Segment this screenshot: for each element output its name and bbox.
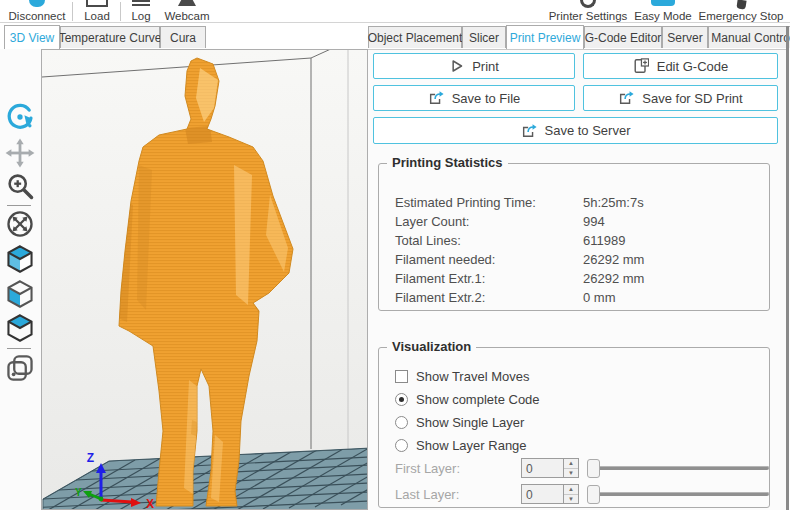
first-layer-label: First Layer:	[395, 461, 460, 476]
front-view-icon	[5, 279, 35, 309]
first-layer-slider[interactable]	[587, 458, 769, 478]
show-layer-range-option[interactable]: Show Layer Range	[395, 436, 527, 454]
show-layer-range-radio[interactable]	[395, 439, 408, 452]
zoom-view-button[interactable]	[5, 171, 35, 201]
emergency-stop-button[interactable]: Emergency Stop	[695, 0, 787, 23]
easy-mode-label: Easy Mode	[634, 10, 692, 23]
disconnect-icon	[29, 0, 45, 7]
show-single-layer-option[interactable]: Show Single Layer	[395, 413, 524, 431]
stat-label: Filament Extr.2:	[395, 290, 485, 305]
axis-label-x: X	[146, 497, 154, 510]
printer-settings-label: Printer Settings	[549, 10, 628, 23]
stat-label: Filament needed:	[395, 252, 495, 267]
stat-label: Estimated Printing Time:	[395, 195, 536, 210]
webcam-icon	[178, 0, 196, 6]
print-button[interactable]: Print	[373, 53, 575, 79]
slider-track[interactable]	[587, 466, 769, 470]
rotate-icon	[5, 102, 35, 132]
view-tool-strip	[0, 49, 41, 510]
show-single-layer-radio[interactable]	[395, 416, 408, 429]
tab-3d-view[interactable]: 3D View	[4, 25, 60, 49]
panel-scrollbar[interactable]	[786, 26, 789, 510]
toggle-objects-button[interactable]	[5, 353, 35, 383]
export-icon	[521, 123, 537, 139]
tab-slicer[interactable]: Slicer	[462, 26, 506, 48]
tab-server[interactable]: Server	[662, 26, 708, 48]
show-travel-moves-option[interactable]: Show Travel Moves	[395, 367, 529, 385]
visualization-title: Visualization	[387, 339, 476, 354]
show-single-layer-label: Show Single Layer	[416, 415, 524, 430]
edit-gcode-button[interactable]: Edit G-Code	[583, 53, 778, 79]
toolbar-separator	[120, 2, 121, 21]
stat-row-total-lines: Total Lines: 611989	[395, 233, 759, 252]
tab-object-placement[interactable]: Object Placement	[368, 26, 462, 48]
first-layer-spinner[interactable]: 0 ▲▼	[521, 458, 579, 478]
main-toolbar: Disconnect Load Log Webcam Printer Setti…	[0, 0, 790, 23]
save-to-file-button[interactable]: Save to File	[373, 85, 575, 111]
disconnect-label: Disconnect	[9, 10, 66, 23]
easy-mode-icon	[651, 0, 675, 6]
printing-statistics-group: Printing Statistics Estimated Printing T…	[378, 163, 770, 311]
tab-cura[interactable]: Cura	[160, 26, 206, 48]
tab-temperature-curve[interactable]: Temperature Curve	[60, 26, 160, 48]
stat-value: 5h:25m:7s	[583, 195, 644, 210]
webcam-label: Webcam	[164, 10, 209, 23]
export-icon	[428, 90, 444, 106]
spinner-arrows[interactable]: ▲▼	[563, 485, 578, 503]
save-to-server-label: Save to Server	[545, 123, 631, 138]
show-complete-code-label: Show complete Code	[416, 392, 540, 407]
save-to-file-label: Save to File	[452, 91, 521, 106]
webcam-button[interactable]: Webcam	[160, 0, 214, 23]
log-button[interactable]: Log	[124, 0, 158, 23]
spinner-arrows[interactable]: ▲▼	[563, 459, 578, 477]
printer-settings-button[interactable]: Printer Settings	[545, 0, 631, 23]
stat-value: 26292 mm	[583, 252, 644, 267]
stat-value: 26292 mm	[583, 271, 644, 286]
last-layer-spinner[interactable]: 0 ▲▼	[521, 484, 579, 504]
spinner-down-icon[interactable]: ▼	[564, 469, 578, 478]
fit-view-button[interactable]	[5, 209, 35, 239]
spinner-up-icon[interactable]: ▲	[564, 485, 578, 495]
disconnect-button[interactable]: Disconnect	[6, 0, 68, 23]
move-icon	[5, 138, 35, 168]
last-layer-slider[interactable]	[587, 484, 769, 504]
tool-strip-separator	[7, 205, 31, 206]
load-button[interactable]: Load	[77, 0, 117, 23]
tab-manual-control[interactable]: Manual Control	[708, 26, 790, 48]
log-icon	[132, 0, 150, 7]
save-to-server-button[interactable]: Save to Server	[373, 117, 778, 144]
visualization-group: Visualization Show Travel Moves Show com…	[378, 347, 770, 508]
objects-icon	[5, 353, 35, 383]
spinner-down-icon[interactable]: ▼	[564, 495, 578, 504]
top-view-button[interactable]	[5, 313, 35, 343]
show-travel-moves-label: Show Travel Moves	[416, 369, 529, 384]
edit-gcode-label: Edit G-Code	[657, 59, 729, 74]
show-travel-moves-checkbox[interactable]	[395, 370, 408, 383]
easy-mode-button[interactable]: Easy Mode	[633, 0, 693, 23]
log-label: Log	[131, 10, 150, 23]
stat-row-filament-needed: Filament needed: 26292 mm	[395, 252, 759, 271]
move-view-button[interactable]	[5, 138, 35, 168]
rotate-view-button[interactable]	[5, 102, 35, 132]
load-icon	[86, 0, 108, 7]
front-view-button[interactable]	[5, 279, 35, 309]
stat-label: Total Lines:	[395, 233, 461, 248]
stat-value: 0 mm	[583, 290, 616, 305]
slider-track[interactable]	[587, 492, 769, 496]
printing-statistics-title: Printing Statistics	[387, 155, 508, 170]
print-label: Print	[472, 59, 499, 74]
slider-handle[interactable]	[587, 485, 600, 504]
isometric-view-button[interactable]	[5, 244, 35, 274]
show-complete-code-radio[interactable]	[395, 393, 408, 406]
save-for-sd-button[interactable]: Save for SD Print	[583, 85, 778, 111]
tab-print-preview[interactable]: Print Preview	[506, 25, 584, 49]
top-view-icon	[5, 313, 35, 343]
slider-handle[interactable]	[587, 459, 600, 478]
show-complete-code-option[interactable]: Show complete Code	[395, 390, 540, 408]
viewport-3d[interactable]: Y Z X	[41, 49, 368, 510]
stat-row-time: Estimated Printing Time: 5h:25m:7s	[395, 195, 759, 214]
stat-value: 611989	[583, 233, 625, 248]
spinner-up-icon[interactable]: ▲	[564, 459, 578, 469]
stat-label: Filament Extr.1:	[395, 271, 485, 286]
tab-gcode-editor[interactable]: G-Code Editor	[584, 26, 662, 48]
